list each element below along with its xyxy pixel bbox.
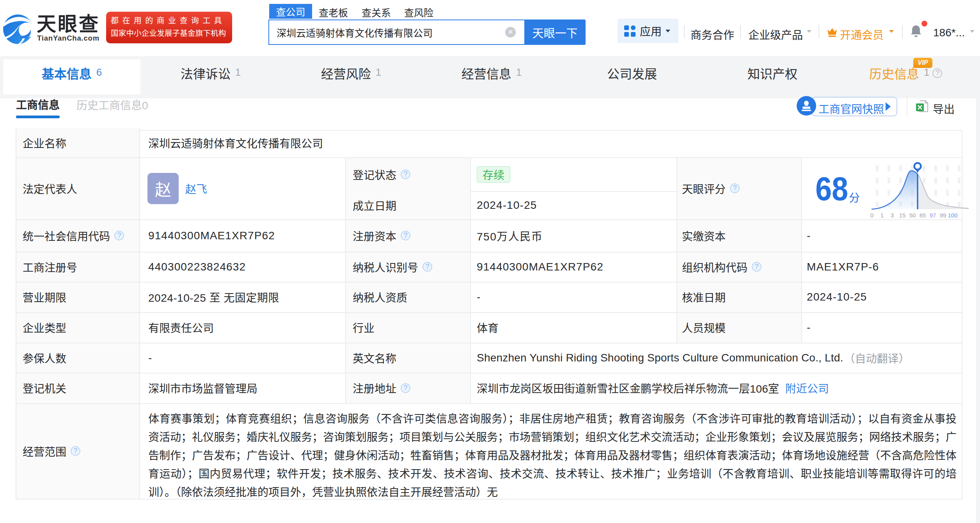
svg-text:97: 97 bbox=[930, 212, 936, 219]
svg-text:1: 1 bbox=[881, 212, 884, 219]
svg-text:85: 85 bbox=[920, 212, 926, 219]
svg-text:3: 3 bbox=[891, 212, 894, 219]
svg-text:100: 100 bbox=[948, 212, 957, 219]
svg-text:0: 0 bbox=[870, 212, 873, 219]
svg-text:15: 15 bbox=[899, 212, 906, 219]
svg-text:99: 99 bbox=[940, 212, 946, 219]
svg-text:50: 50 bbox=[909, 212, 916, 219]
